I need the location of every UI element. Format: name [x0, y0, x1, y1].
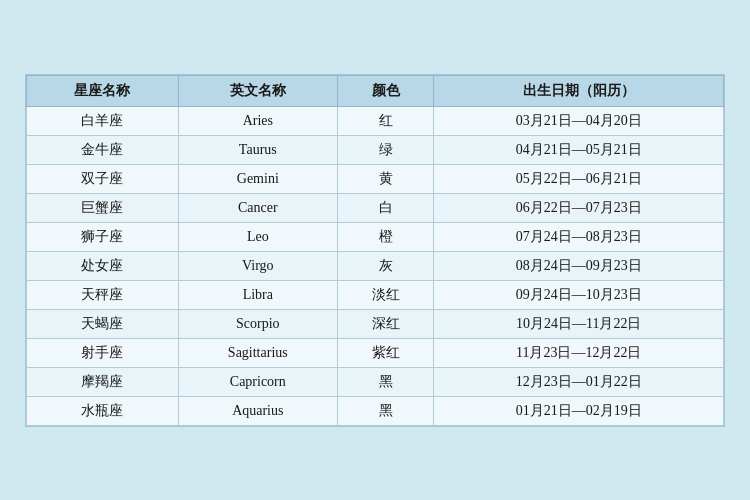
- zodiac-table-container: 星座名称 英文名称 颜色 出生日期（阳历） 白羊座Aries红03月21日—04…: [25, 74, 725, 427]
- header-dates: 出生日期（阳历）: [434, 75, 724, 106]
- cell-color: 黑: [337, 367, 434, 396]
- table-row: 天蝎座Scorpio深红10月24日—11月22日: [27, 309, 724, 338]
- table-row: 金牛座Taurus绿04月21日—05月21日: [27, 135, 724, 164]
- cell-chinese-name: 狮子座: [27, 222, 179, 251]
- table-row: 处女座Virgo灰08月24日—09月23日: [27, 251, 724, 280]
- cell-dates: 03月21日—04月20日: [434, 106, 724, 135]
- cell-english-name: Taurus: [178, 135, 337, 164]
- cell-chinese-name: 双子座: [27, 164, 179, 193]
- cell-dates: 12月23日—01月22日: [434, 367, 724, 396]
- table-row: 狮子座Leo橙07月24日—08月23日: [27, 222, 724, 251]
- cell-chinese-name: 白羊座: [27, 106, 179, 135]
- cell-english-name: Scorpio: [178, 309, 337, 338]
- table-row: 双子座Gemini黄05月22日—06月21日: [27, 164, 724, 193]
- cell-color: 淡红: [337, 280, 434, 309]
- cell-english-name: Virgo: [178, 251, 337, 280]
- cell-dates: 08月24日—09月23日: [434, 251, 724, 280]
- cell-chinese-name: 处女座: [27, 251, 179, 280]
- zodiac-table: 星座名称 英文名称 颜色 出生日期（阳历） 白羊座Aries红03月21日—04…: [26, 75, 724, 426]
- header-chinese-name: 星座名称: [27, 75, 179, 106]
- cell-english-name: Capricorn: [178, 367, 337, 396]
- cell-color: 紫红: [337, 338, 434, 367]
- cell-color: 绿: [337, 135, 434, 164]
- cell-dates: 01月21日—02月19日: [434, 396, 724, 425]
- cell-dates: 05月22日—06月21日: [434, 164, 724, 193]
- cell-dates: 06月22日—07月23日: [434, 193, 724, 222]
- cell-color: 红: [337, 106, 434, 135]
- cell-english-name: Cancer: [178, 193, 337, 222]
- cell-english-name: Aquarius: [178, 396, 337, 425]
- cell-color: 橙: [337, 222, 434, 251]
- cell-chinese-name: 射手座: [27, 338, 179, 367]
- cell-chinese-name: 巨蟹座: [27, 193, 179, 222]
- cell-chinese-name: 水瓶座: [27, 396, 179, 425]
- header-english-name: 英文名称: [178, 75, 337, 106]
- cell-chinese-name: 天蝎座: [27, 309, 179, 338]
- cell-chinese-name: 摩羯座: [27, 367, 179, 396]
- cell-color: 深红: [337, 309, 434, 338]
- table-row: 水瓶座Aquarius黑01月21日—02月19日: [27, 396, 724, 425]
- cell-english-name: Libra: [178, 280, 337, 309]
- table-row: 摩羯座Capricorn黑12月23日—01月22日: [27, 367, 724, 396]
- table-row: 巨蟹座Cancer白06月22日—07月23日: [27, 193, 724, 222]
- cell-color: 黑: [337, 396, 434, 425]
- cell-color: 灰: [337, 251, 434, 280]
- table-row: 白羊座Aries红03月21日—04月20日: [27, 106, 724, 135]
- cell-english-name: Aries: [178, 106, 337, 135]
- cell-dates: 10月24日—11月22日: [434, 309, 724, 338]
- cell-chinese-name: 天秤座: [27, 280, 179, 309]
- cell-color: 黄: [337, 164, 434, 193]
- cell-dates: 11月23日—12月22日: [434, 338, 724, 367]
- cell-english-name: Sagittarius: [178, 338, 337, 367]
- header-color: 颜色: [337, 75, 434, 106]
- cell-color: 白: [337, 193, 434, 222]
- cell-english-name: Leo: [178, 222, 337, 251]
- table-header-row: 星座名称 英文名称 颜色 出生日期（阳历）: [27, 75, 724, 106]
- table-body: 白羊座Aries红03月21日—04月20日金牛座Taurus绿04月21日—0…: [27, 106, 724, 425]
- cell-chinese-name: 金牛座: [27, 135, 179, 164]
- cell-dates: 04月21日—05月21日: [434, 135, 724, 164]
- cell-dates: 09月24日—10月23日: [434, 280, 724, 309]
- cell-dates: 07月24日—08月23日: [434, 222, 724, 251]
- table-row: 射手座Sagittarius紫红11月23日—12月22日: [27, 338, 724, 367]
- table-row: 天秤座Libra淡红09月24日—10月23日: [27, 280, 724, 309]
- cell-english-name: Gemini: [178, 164, 337, 193]
